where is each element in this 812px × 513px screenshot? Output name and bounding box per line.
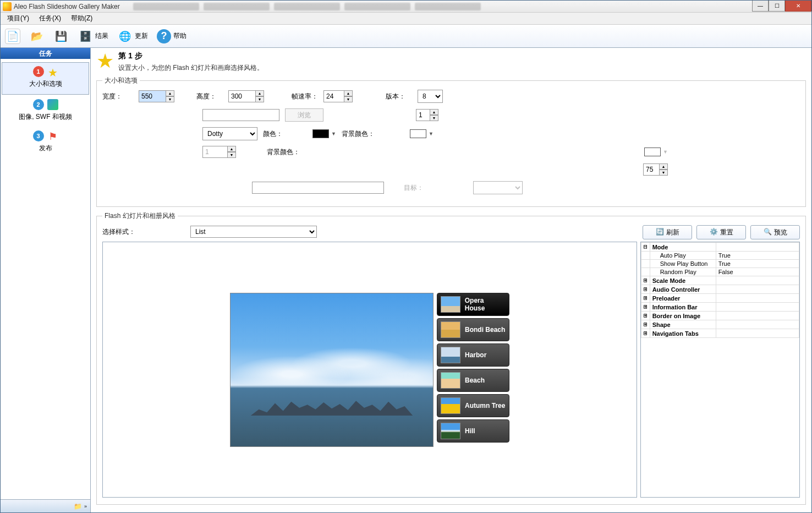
target-label: 目标： — [404, 183, 424, 193]
toolbar-update[interactable]: 🌐更新 — [117, 29, 148, 44]
height-down[interactable]: ▼ — [255, 96, 264, 102]
prop-value[interactable]: False — [716, 268, 799, 276]
step-1-icon: 1 — [33, 66, 44, 77]
toolbar-help[interactable]: ?帮助 — [157, 29, 186, 43]
toolbar-help-label: 帮助 — [173, 31, 186, 41]
style-select[interactable]: List — [190, 226, 317, 238]
new-file-icon: 📄 — [5, 29, 20, 44]
refresh-icon: 🔄 — [655, 228, 664, 237]
thumb-hill[interactable]: Hill — [437, 419, 509, 443]
color-picker[interactable]: ▼ — [312, 129, 336, 138]
toolbar-result[interactable]: 🗄️结果 — [78, 29, 108, 44]
fps-down[interactable]: ▼ — [344, 96, 353, 102]
num-a-up[interactable]: ▲ — [430, 109, 438, 115]
height-up[interactable]: ▲ — [255, 90, 264, 96]
step-star-icon: ★ — [96, 51, 114, 71]
thumb-label: Beach — [465, 376, 485, 384]
prop-category: Mode — [650, 243, 716, 252]
prop-value[interactable]: True — [716, 252, 799, 260]
num-75-down[interactable]: ▼ — [659, 170, 668, 176]
toolbar-update-label: 更新 — [135, 31, 148, 41]
expand-icon[interactable]: ⊞ — [641, 276, 650, 285]
bgcolor2-label: 背景颜色： — [267, 148, 300, 157]
collapse-icon[interactable]: ⊟ — [641, 243, 650, 252]
num-b-up[interactable]: ▲ — [227, 146, 236, 152]
refresh-button[interactable]: 🔄刷新 — [643, 225, 692, 239]
bgcolor-picker[interactable]: ▼ — [410, 129, 434, 138]
reset-button[interactable]: ⚙️重置 — [696, 225, 746, 239]
num-b-down[interactable]: ▼ — [227, 152, 236, 158]
expand-icon[interactable]: ⊞ — [641, 320, 650, 329]
task-label: 大小和选项 — [2, 79, 89, 89]
version-select[interactable]: 8 — [418, 90, 443, 103]
prop-key: Auto Play — [650, 252, 716, 260]
num-a-input[interactable] — [416, 109, 430, 121]
target-path-input[interactable] — [252, 182, 384, 194]
property-grid[interactable]: ⊟Mode Auto PlayTrue Show Play ButtonTrue… — [640, 242, 800, 498]
size-options-group: 大小和选项 宽度： ▲▼ 高度： ▲▼ 帧速率： ▲▼ 版本： 8 — [96, 76, 806, 207]
chevron-right-icon[interactable]: » — [84, 504, 87, 509]
prop-key: Show Play Button — [650, 260, 716, 268]
browse-button[interactable]: 浏览 — [285, 108, 323, 122]
bgcolor-label: 背景颜色： — [342, 129, 375, 139]
thumb-label: Opera House — [465, 297, 506, 312]
prop-category: Preloader — [650, 294, 716, 303]
preset-select[interactable]: Dotty — [202, 127, 257, 140]
globe-icon: 🌐 — [117, 29, 133, 44]
sidebar: 任务 1★ 大小和选项 2 图像, SWF 和视频 3⚑ 发布 📁 » — [1, 48, 91, 512]
minimize-button[interactable]: — — [752, 1, 769, 12]
fps-input[interactable] — [323, 90, 344, 102]
toolbar-new[interactable]: 📄 — [5, 29, 20, 44]
thumb-label: Hill — [465, 427, 475, 435]
expand-icon[interactable]: ⊞ — [641, 329, 650, 338]
database-icon: 🗄️ — [78, 29, 93, 44]
thumb-autumn-tree[interactable]: Autumn Tree — [437, 394, 509, 417]
thumb-beach[interactable]: Beach — [437, 369, 509, 392]
num-75-up[interactable]: ▲ — [659, 163, 668, 170]
expand-icon[interactable]: ⊞ — [641, 312, 650, 320]
bgcolor2-picker[interactable]: ▼ — [644, 148, 668, 156]
thumb-harbor[interactable]: Harbor — [437, 343, 509, 367]
num-b-input[interactable] — [202, 146, 228, 158]
toolbar-save[interactable]: 💾 — [53, 29, 69, 44]
toolbar-import[interactable]: 📂 — [29, 29, 45, 44]
thumb-opera-house[interactable]: Opera House — [437, 293, 509, 316]
width-down[interactable]: ▼ — [166, 96, 174, 102]
task-publish[interactable]: 3⚑ 发布 — [1, 127, 90, 159]
prop-category: Information Bar — [650, 303, 716, 312]
folder-icon[interactable]: 📁 — [74, 503, 82, 510]
step-3-icon: 3 — [33, 130, 44, 141]
titlebar: Aleo Flash Slideshow Gallery Maker — ☐ ✕ — [1, 1, 811, 13]
fps-up[interactable]: ▲ — [344, 90, 353, 96]
prop-value[interactable]: True — [716, 260, 799, 268]
prop-category: Scale Mode — [650, 276, 716, 285]
version-label: 版本： — [386, 92, 412, 101]
thumb-label: Bondi Beach — [465, 326, 505, 334]
import-icon: 📂 — [29, 29, 45, 44]
help-icon: ? — [157, 29, 171, 43]
height-input[interactable] — [228, 90, 256, 102]
expand-icon[interactable]: ⊞ — [641, 294, 650, 303]
thumb-image — [441, 372, 460, 389]
flag-icon: ⚑ — [47, 130, 58, 141]
width-input[interactable] — [139, 90, 166, 102]
preview-button[interactable]: 🔍预览 — [750, 225, 800, 239]
num-75-input[interactable] — [643, 163, 660, 176]
menu-project[interactable]: 项目(Y) — [4, 13, 32, 24]
thumb-bondi-beach[interactable]: Bondi Beach — [437, 318, 509, 341]
width-up[interactable]: ▲ — [166, 90, 174, 96]
expand-icon[interactable]: ⊞ — [641, 285, 650, 294]
menu-task[interactable]: 任务(X) — [36, 13, 64, 24]
maximize-button[interactable]: ☐ — [769, 1, 785, 12]
task-size-options[interactable]: 1★ 大小和选项 — [2, 62, 89, 95]
chevron-down-icon: ▼ — [331, 131, 336, 137]
num-a-down[interactable]: ▼ — [430, 115, 438, 121]
prop-category: Audio Controller — [650, 285, 716, 294]
close-button[interactable]: ✕ — [785, 1, 811, 12]
path-input[interactable] — [202, 109, 279, 121]
task-media[interactable]: 2 图像, SWF 和视频 — [1, 96, 90, 127]
bgcolor-swatch-icon — [410, 129, 426, 138]
prop-category: Shape — [650, 320, 716, 329]
expand-icon[interactable]: ⊞ — [641, 303, 650, 312]
menu-help[interactable]: 帮助(Z) — [68, 13, 96, 24]
